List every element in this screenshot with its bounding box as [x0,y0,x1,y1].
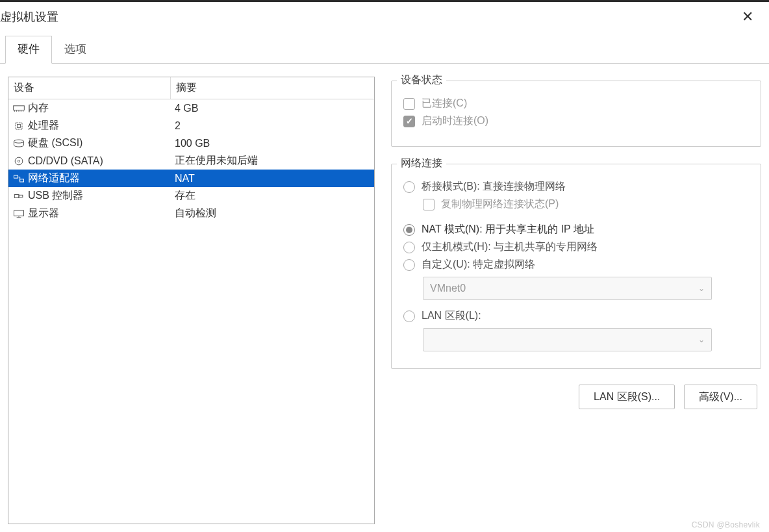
connected-checkbox-row: 已连接(C) [403,97,749,110]
hostonly-radio-row[interactable]: 仅主机模式(H): 与主机共享的专用网络 [403,240,749,254]
svg-point-8 [14,140,24,143]
device-summary: 自动检测 [171,205,374,222]
device-row-memory[interactable]: 内存4 GB [8,99,374,117]
device-row-display[interactable]: 显示器自动检测 [8,205,374,222]
memory-icon [12,103,25,114]
replicate-checkbox-row: 复制物理网络连接状态(P) [423,197,749,211]
replicate-label: 复制物理网络连接状态(P) [441,197,559,211]
custom-label: 自定义(U): 特定虚拟网络 [422,258,535,272]
nat-radio[interactable] [403,224,415,236]
hostonly-label: 仅主机模式(H): 与主机共享的专用网络 [422,240,598,254]
svg-point-10 [18,160,19,162]
nat-label: NAT 模式(N): 用于共享主机的 IP 地址 [422,223,594,236]
network-connection-group: 网络连接 桥接模式(B): 直接连接物理网络 复制物理网络连接状态(P) NAT… [391,164,761,369]
lan-segment-radio-row[interactable]: LAN 区段(L): [403,309,749,323]
net-icon [12,173,25,184]
device-list-header: 设备 摘要 [8,77,374,99]
nat-radio-row[interactable]: NAT 模式(N): 用于共享主机的 IP 地址 [403,223,749,236]
device-status-group: 设备状态 已连接(C) 启动时连接(O) [391,81,761,147]
device-summary: 存在 [171,187,374,205]
header-device: 设备 [8,77,171,99]
replicate-checkbox [423,199,435,210]
device-row-usb[interactable]: USB 控制器存在 [8,187,374,205]
bridged-label: 桥接模式(B): 直接连接物理网络 [422,180,566,194]
device-row-cpu[interactable]: 处理器2 [8,117,374,134]
svg-rect-7 [18,124,21,127]
button-row: LAN 区段(S)... 高级(V)... [391,385,761,409]
device-row-disk[interactable]: 硬盘 (SCSI)100 GB [8,134,374,152]
tab-options[interactable]: 选项 [52,36,99,64]
device-name: 显示器 [28,207,59,220]
tab-hardware[interactable]: 硬件 [5,36,52,64]
custom-network-value: VMnet0 [430,283,466,294]
titlebar: 虚拟机设置 ✕ [0,2,769,32]
svg-rect-13 [14,194,19,197]
window-title: 虚拟机设置 [0,9,58,25]
lan-segment-radio[interactable] [403,310,415,322]
header-summary: 摘要 [171,77,374,99]
svg-rect-12 [20,179,24,181]
advanced-button[interactable]: 高级(V)... [684,385,757,409]
settings-panel: 设备状态 已连接(C) 启动时连接(O) 网络连接 桥接模式(B): 直接连接物… [391,77,761,524]
network-title: 网络连接 [397,157,446,170]
hostonly-radio[interactable] [403,242,415,253]
device-summary: 2 [171,118,374,134]
close-icon[interactable]: ✕ [738,8,757,25]
chevron-down-icon: ⌄ [698,335,705,344]
lan-segment-select: ⌄ [423,328,712,351]
connected-label: 已连接(C) [422,97,467,110]
custom-network-select: VMnet0 ⌄ [423,277,712,300]
chevron-down-icon: ⌄ [698,284,705,293]
bridged-radio-row[interactable]: 桥接模式(B): 直接连接物理网络 [403,180,749,194]
svg-rect-11 [14,175,18,178]
device-name: 网络适配器 [28,171,80,185]
connect-at-power-label: 启动时连接(O) [422,114,488,128]
device-name: 硬盘 (SCSI) [28,136,82,150]
display-icon [12,209,25,219]
tab-bar: 硬件 选项 [0,36,769,64]
connected-checkbox [403,98,415,110]
svg-rect-15 [14,210,24,216]
cpu-icon [12,121,25,131]
watermark: CSDN @Boshevlik [692,520,760,529]
device-name: 内存 [28,101,49,115]
device-name: 处理器 [28,119,59,133]
custom-radio-row[interactable]: 自定义(U): 特定虚拟网络 [403,258,749,272]
svg-point-9 [15,157,23,165]
usb-icon [12,191,25,201]
device-name: CD/DVD (SATA) [28,155,103,167]
device-summary: 100 GB [171,136,374,151]
lan-segments-button[interactable]: LAN 区段(S)... [579,385,675,409]
device-summary: 正在使用未知后端 [171,152,374,170]
device-name: USB 控制器 [28,189,83,203]
svg-rect-6 [16,123,22,129]
device-row-net[interactable]: 网络适配器NAT [8,170,374,187]
device-list-panel: 设备 摘要 内存4 GB处理器2硬盘 (SCSI)100 GBCD/DVD (S… [8,77,375,524]
svg-rect-0 [14,105,25,110]
device-status-title: 设备状态 [397,73,446,87]
connect-at-power-checkbox [403,116,415,127]
svg-rect-14 [19,195,23,197]
lan-segment-label: LAN 区段(L): [422,309,481,323]
connect-at-power-row[interactable]: 启动时连接(O) [403,114,749,128]
bridged-radio[interactable] [403,181,415,193]
device-summary: 4 GB [171,101,374,116]
disk-icon [12,138,25,149]
device-summary: NAT [171,171,374,186]
device-row-cd[interactable]: CD/DVD (SATA)正在使用未知后端 [8,152,374,170]
custom-radio[interactable] [403,259,415,271]
cd-icon [12,156,25,166]
